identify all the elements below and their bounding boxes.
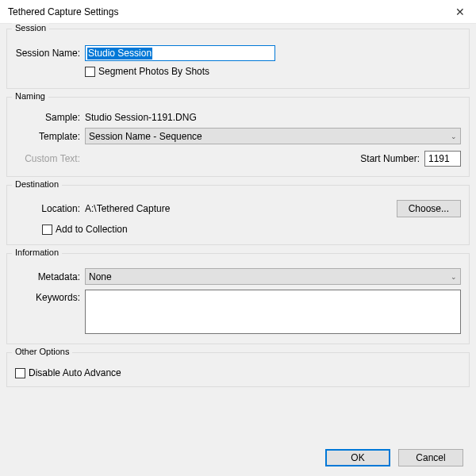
segment-photos-checkbox[interactable]: Segment Photos By Shots: [85, 66, 209, 77]
sample-label: Sample:: [15, 112, 85, 123]
template-label: Template:: [15, 131, 85, 142]
keywords-input[interactable]: [85, 290, 461, 334]
checkbox-box: [15, 368, 25, 378]
information-group: Information Metadata: None ⌄ Keywords:: [6, 253, 470, 344]
session-name-input[interactable]: Studio Session: [85, 45, 275, 61]
cancel-button[interactable]: Cancel: [398, 449, 463, 466]
start-number-label: Start Number:: [360, 153, 424, 164]
session-group: Session Session Name: Studio Session Seg…: [6, 29, 470, 89]
close-icon[interactable]: ✕: [452, 6, 468, 18]
window-title: Tethered Capture Settings: [8, 6, 452, 17]
dialog-body: Session Session Name: Studio Session Seg…: [0, 24, 476, 476]
dialog-buttons: OK Cancel: [325, 449, 463, 466]
sample-value: Studio Session-1191.DNG: [85, 112, 197, 123]
add-to-collection-label: Add to Collection: [56, 224, 128, 235]
destination-group: Destination Location: A:\Tethered Captur…: [6, 185, 470, 245]
location-label: Location:: [15, 203, 85, 214]
segment-photos-label: Segment Photos By Shots: [98, 66, 209, 77]
naming-group: Naming Sample: Studio Session-1191.DNG T…: [6, 97, 470, 177]
template-value: Session Name - Sequence: [89, 131, 451, 142]
disable-auto-advance-checkbox[interactable]: Disable Auto Advance: [15, 367, 121, 378]
other-options-group: Other Options Disable Auto Advance: [6, 352, 470, 387]
checkbox-box: [42, 225, 52, 235]
template-dropdown[interactable]: Session Name - Sequence ⌄: [85, 128, 461, 144]
ok-button[interactable]: OK: [325, 449, 390, 466]
session-legend: Session: [12, 23, 49, 33]
session-name-label: Session Name:: [15, 48, 85, 59]
chevron-down-icon: ⌄: [451, 273, 457, 281]
other-options-legend: Other Options: [12, 347, 72, 356]
add-to-collection-checkbox[interactable]: Add to Collection: [42, 224, 128, 235]
checkbox-box: [85, 67, 95, 77]
choose-button[interactable]: Choose...: [397, 200, 461, 217]
metadata-label: Metadata:: [15, 271, 85, 282]
chevron-down-icon: ⌄: [451, 132, 457, 140]
keywords-label: Keywords:: [15, 290, 85, 303]
metadata-value: None: [89, 271, 451, 282]
naming-legend: Naming: [12, 91, 48, 101]
metadata-dropdown[interactable]: None ⌄: [85, 268, 461, 285]
location-value: A:\Tethered Capture: [85, 203, 170, 214]
session-name-value: Studio Session: [87, 48, 152, 60]
destination-legend: Destination: [12, 179, 62, 189]
titlebar: Tethered Capture Settings ✕: [0, 0, 476, 24]
disable-auto-advance-label: Disable Auto Advance: [29, 367, 121, 378]
start-number-input[interactable]: [424, 151, 461, 167]
custom-text-label: Custom Text:: [15, 153, 85, 164]
information-legend: Information: [12, 248, 62, 257]
